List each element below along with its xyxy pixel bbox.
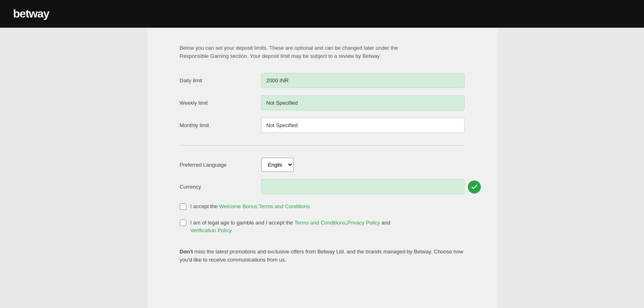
language-row: Preferred Language English Hindi Tamil	[180, 158, 465, 172]
weekly-limit-wrap: Not Specified 500 INR 1000 INR 2000 INR …	[261, 95, 465, 110]
weekly-limit-row: Weekly limit Not Specified 500 INR 1000 …	[180, 95, 465, 110]
description: Below you can set your deposit limits. T…	[180, 44, 465, 60]
promo-body: miss the latest promotions and exclusive…	[180, 249, 463, 263]
divider	[180, 145, 465, 145]
welcome-bonus-checkbox-row: I accept the Welcome Bonus Terms and Con…	[180, 202, 465, 211]
currency-wrap: Indian Rupee	[261, 179, 465, 194]
daily-limit-wrap: 2000 INR Not Specified 500 INR 1000 INR …	[261, 73, 465, 88]
weekly-limit-select[interactable]: Not Specified 500 INR 1000 INR 2000 INR …	[261, 95, 465, 110]
logo: betway	[13, 7, 49, 20]
verification-policy-link[interactable]: Verification Policy.	[190, 227, 233, 233]
monthly-limit-select[interactable]: Not Specified 500 INR 1000 INR 2000 INR …	[261, 118, 465, 133]
welcome-bonus-checkbox[interactable]	[180, 203, 186, 210]
legal-age-checkbox[interactable]	[180, 220, 186, 226]
daily-limit-row: Daily limit 2000 INR Not Specified 500 I…	[180, 73, 465, 88]
header: betway	[0, 0, 644, 28]
weekly-limit-label: Weekly limit	[180, 100, 261, 106]
language-select[interactable]: English Hindi Tamil	[261, 158, 294, 172]
legal-age-label: I am of legal age to gamble and I accept…	[190, 219, 391, 235]
currency-input: Indian Rupee	[261, 179, 465, 194]
legal-age-checkbox-row: I am of legal age to gamble and I accept…	[180, 219, 465, 235]
welcome-bonus-label: I accept the Welcome Bonus Terms and Con…	[190, 202, 310, 211]
promo-text: Don't miss the latest promotions and exc…	[180, 248, 465, 265]
language-wrap: English Hindi Tamil	[261, 158, 465, 172]
page-wrapper: Below you can set your deposit limits. T…	[0, 28, 644, 308]
currency-label: Currency	[180, 184, 261, 190]
privacy-policy-link[interactable]: Privacy Policy	[347, 220, 380, 226]
content-card: Below you can set your deposit limits. T…	[147, 28, 497, 308]
promo-section: Don't miss the latest promotions and exc…	[180, 248, 465, 265]
currency-check-badge	[468, 180, 481, 194]
language-label: Preferred Language	[180, 162, 261, 168]
daily-limit-label: Daily limit	[180, 77, 261, 84]
promo-dont: Don't	[180, 249, 193, 255]
daily-limit-select[interactable]: 2000 INR Not Specified 500 INR 1000 INR …	[261, 73, 465, 88]
monthly-limit-label: Monthly limit	[180, 122, 261, 128]
welcome-bonus-link[interactable]: Welcome Bonus Terms and Conditions	[219, 203, 310, 209]
monthly-limit-wrap: Not Specified 500 INR 1000 INR 2000 INR …	[261, 118, 465, 133]
terms-conditions-link[interactable]: Terms and Conditions	[295, 220, 346, 226]
monthly-limit-row: Monthly limit Not Specified 500 INR 1000…	[180, 118, 465, 133]
currency-row: Currency Indian Rupee	[180, 179, 465, 194]
